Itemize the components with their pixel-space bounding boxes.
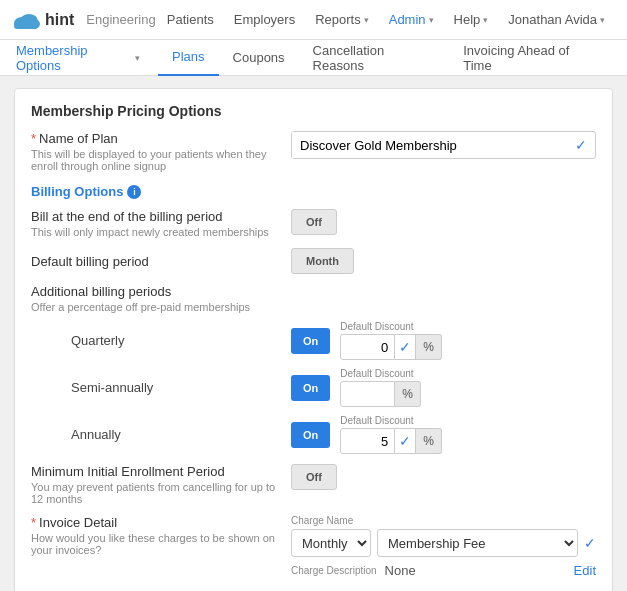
invoice-detail-label: * Invoice Detail: [31, 515, 281, 530]
quarterly-discount-control: ✓ %: [340, 334, 442, 360]
name-of-plan-row: * Name of Plan This will be displayed to…: [31, 131, 596, 172]
min-enrollment-row: Minimum Initial Enrollment Period You ma…: [31, 464, 596, 505]
annually-toggle[interactable]: On: [291, 422, 330, 448]
semi-annually-label: Semi-annually: [71, 380, 153, 395]
quarterly-label-col: Quarterly: [31, 333, 291, 348]
department-label: Engineering: [86, 12, 155, 27]
main-content: Membership Pricing Options * Name of Pla…: [0, 76, 627, 591]
name-of-plan-input[interactable]: [292, 132, 567, 158]
logo-text: hint: [45, 11, 74, 29]
semi-annually-pct-badge: %: [395, 381, 421, 407]
bill-end-label-col: Bill at the end of the billing period Th…: [31, 209, 291, 238]
quarterly-row: Quarterly On Default Discount ✓ %: [31, 321, 596, 360]
annually-controls: On Default Discount ✓ %: [291, 415, 596, 454]
charge-name-label: Charge Name: [291, 515, 596, 526]
quarterly-controls: On Default Discount ✓ %: [291, 321, 596, 360]
semi-annually-toggle[interactable]: On: [291, 375, 330, 401]
nav-reports[interactable]: Reports▾: [305, 0, 379, 40]
subnav-membership-options[interactable]: Membership Options▾: [16, 40, 154, 76]
billing-info-icon[interactable]: i: [127, 185, 141, 199]
tab-cancellation-reasons[interactable]: Cancellation Reasons: [299, 40, 450, 76]
bill-end-row: Bill at the end of the billing period Th…: [31, 209, 596, 238]
nav-admin[interactable]: Admin▾: [379, 0, 444, 40]
quarterly-discount-label: Default Discount: [340, 321, 442, 332]
semi-annually-controls: On Default Discount %: [291, 368, 596, 407]
logo-area: hint: [12, 10, 74, 30]
charge-name-select1[interactable]: Monthly: [291, 529, 371, 557]
top-nav-links: Patients Employers Reports▾ Admin▾ Help▾…: [157, 0, 615, 40]
invoice-detail-sublabel: How would you like these charges to be s…: [31, 532, 281, 556]
name-of-plan-control: ✓: [291, 131, 596, 159]
bill-end-label: Bill at the end of the billing period: [31, 209, 281, 224]
nav-employers[interactable]: Employers: [224, 0, 305, 40]
name-of-plan-check-icon[interactable]: ✓: [567, 137, 595, 153]
invoice-required-star: *: [31, 515, 36, 530]
logo-cloud-icon: [12, 10, 40, 30]
annually-row: Annually On Default Discount ✓ %: [31, 415, 596, 454]
quarterly-discount-wrap: Default Discount ✓ %: [340, 321, 442, 360]
semi-annually-label-col: Semi-annually: [31, 380, 291, 395]
section-title: Membership Pricing Options: [31, 103, 596, 119]
default-billing-toggle[interactable]: Month: [291, 248, 354, 274]
min-enrollment-control: Off: [291, 464, 596, 490]
name-of-plan-sublabel: This will be displayed to your patients …: [31, 148, 281, 172]
additional-billing-row: Additional billing periods Offer a perce…: [31, 284, 596, 313]
charge-name-select2[interactable]: Membership Fee: [377, 529, 578, 557]
charge-desc-row: Charge Description None Edit: [291, 563, 596, 578]
min-enrollment-sublabel: You may prevent patients from cancelling…: [31, 481, 281, 505]
tab-plans[interactable]: Plans: [158, 40, 219, 76]
svg-rect-3: [14, 23, 38, 29]
default-billing-label: Default billing period: [31, 254, 281, 269]
min-enrollment-toggle[interactable]: Off: [291, 464, 337, 490]
additional-billing-label: Additional billing periods: [31, 284, 596, 299]
bill-end-control: Off: [291, 209, 596, 235]
charge-desc-label: Charge Description: [291, 565, 377, 576]
nav-patients[interactable]: Patients: [157, 0, 224, 40]
tab-invoicing-ahead[interactable]: Invoicing Ahead of Time: [449, 40, 611, 76]
billing-options-heading: Billing Options i: [31, 184, 596, 199]
quarterly-toggle[interactable]: On: [291, 328, 330, 354]
quarterly-discount-input[interactable]: [340, 334, 395, 360]
name-of-plan-label-col: * Name of Plan This will be displayed to…: [31, 131, 291, 172]
semi-annually-discount-input[interactable]: [340, 381, 395, 407]
annually-discount-label: Default Discount: [340, 415, 442, 426]
quarterly-pct-badge: %: [416, 334, 442, 360]
top-nav: hint Engineering Patients Employers Repo…: [0, 0, 627, 40]
annually-label: Annually: [71, 427, 121, 442]
quarterly-discount-check[interactable]: ✓: [395, 334, 416, 360]
charge-name-controls: Monthly Membership Fee ✓: [291, 529, 596, 557]
min-enrollment-label-col: Minimum Initial Enrollment Period You ma…: [31, 464, 291, 505]
annually-discount-check[interactable]: ✓: [395, 428, 416, 454]
default-billing-row: Default billing period Month: [31, 248, 596, 274]
semi-annually-discount-control: %: [340, 381, 421, 407]
invoice-detail-label-col: * Invoice Detail How would you like thes…: [31, 515, 291, 556]
tab-coupons[interactable]: Coupons: [219, 40, 299, 76]
annually-discount-control: ✓ %: [340, 428, 442, 454]
sub-nav: Membership Options▾ Plans Coupons Cancel…: [0, 40, 627, 76]
edit-link[interactable]: Edit: [574, 563, 596, 578]
invoice-detail-control: Charge Name Monthly Membership Fee ✓ Cha…: [291, 515, 596, 578]
annually-label-col: Annually: [31, 427, 291, 442]
required-star: *: [31, 131, 36, 146]
semi-annually-discount-label: Default Discount: [340, 368, 421, 379]
bill-end-sublabel: This will only impact newly created memb…: [31, 226, 281, 238]
default-billing-label-col: Default billing period: [31, 254, 291, 269]
pricing-options-section: Membership Pricing Options * Name of Pla…: [14, 88, 613, 591]
semi-annually-discount-wrap: Default Discount %: [340, 368, 421, 407]
default-billing-control: Month: [291, 248, 596, 274]
nav-user[interactable]: Jonathan Avida▾: [498, 0, 615, 40]
quarterly-label: Quarterly: [71, 333, 124, 348]
name-of-plan-label: * Name of Plan: [31, 131, 281, 146]
annually-pct-badge: %: [416, 428, 442, 454]
semi-annually-row: Semi-annually On Default Discount %: [31, 368, 596, 407]
nav-help[interactable]: Help▾: [444, 0, 499, 40]
charge-desc-value: None: [385, 563, 416, 578]
bill-end-toggle[interactable]: Off: [291, 209, 337, 235]
annually-discount-input[interactable]: [340, 428, 395, 454]
additional-billing-sublabel: Offer a percentage off pre-paid membersh…: [31, 301, 596, 313]
invoice-detail-row: * Invoice Detail How would you like thes…: [31, 515, 596, 578]
min-enrollment-label: Minimum Initial Enrollment Period: [31, 464, 281, 479]
charge-name-check[interactable]: ✓: [584, 535, 596, 551]
annually-discount-wrap: Default Discount ✓ %: [340, 415, 442, 454]
